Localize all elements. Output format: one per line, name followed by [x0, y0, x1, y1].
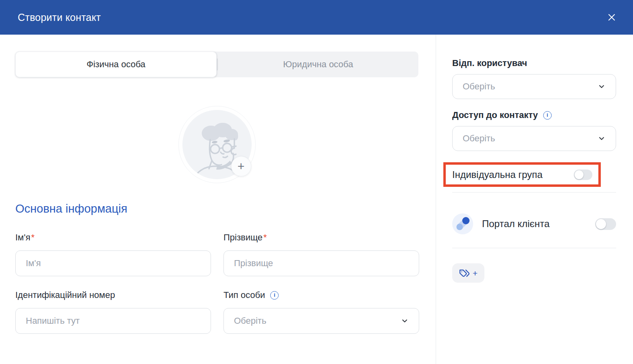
toggle-knob [596, 219, 606, 229]
form-row-1: Ім'я* Прізвище* [15, 232, 418, 276]
person-type-tabs: Фізична особа Юридична особа [15, 52, 418, 77]
person-type-label-text: Тип особи [223, 290, 265, 300]
client-portal-icon [452, 213, 473, 234]
close-icon [606, 11, 618, 23]
client-portal-label: Портал клієнта [482, 218, 550, 230]
last-name-label: Прізвище* [223, 232, 419, 243]
modal-body: Фізична особа Юридична особа [0, 35, 633, 364]
contact-access-label: Доступ до контакту i [452, 110, 616, 120]
first-name-input[interactable] [15, 250, 211, 276]
first-name-label-text: Ім'я [15, 232, 30, 243]
required-asterisk: * [263, 232, 267, 243]
chevron-down-icon [598, 134, 606, 143]
responsible-user-select-value: Оберіть [463, 81, 495, 92]
sidebar-divider [452, 192, 616, 193]
individual-group-highlight: Індивідуальна група [443, 162, 601, 187]
person-type-select[interactable]: Оберіть [223, 308, 419, 334]
client-portal-toggle[interactable] [595, 218, 616, 230]
tab-physical-person[interactable]: Фізична особа [15, 52, 217, 77]
person-type-field: Тип особи i Оберіть [223, 290, 419, 334]
info-icon[interactable]: i [543, 111, 552, 120]
section-title-basic-info: Основна інформація [15, 202, 418, 215]
individual-group-toggle[interactable] [574, 170, 592, 180]
first-name-field: Ім'я* [15, 232, 211, 276]
contact-access-label-text: Доступ до контакту [452, 110, 538, 120]
last-name-input[interactable] [223, 250, 419, 276]
avatar: + [178, 106, 256, 183]
toggle-knob [575, 170, 583, 179]
id-number-input[interactable] [15, 308, 211, 334]
person-type-label: Тип особи i [223, 290, 419, 300]
sidebar-divider [452, 248, 616, 248]
close-button[interactable] [605, 10, 619, 24]
id-number-field: Ідентифікаційний номер [15, 290, 211, 334]
responsible-user-label: Відп. користувач [452, 58, 616, 68]
person-type-select-value: Оберіть [234, 316, 266, 326]
contact-access-select-value: Оберіть [463, 133, 495, 144]
main-column: Фізична особа Юридична особа [0, 35, 436, 364]
add-tag-button[interactable]: + [452, 263, 484, 283]
modal-header: Створити контакт [0, 0, 633, 35]
tag-icon [459, 268, 470, 279]
avatar-add-photo-button[interactable]: + [231, 156, 251, 176]
client-portal-row: Портал клієнта [452, 213, 616, 234]
contact-access-select[interactable]: Оберіть [452, 126, 616, 151]
info-icon[interactable]: i [270, 291, 279, 300]
responsible-user-label-text: Відп. користувач [452, 58, 527, 68]
plus-icon: + [238, 159, 245, 173]
last-name-label-text: Прізвище [223, 232, 263, 243]
chevron-down-icon [401, 317, 409, 325]
modal-title: Створити контакт [18, 12, 101, 23]
id-number-label: Ідентифікаційний номер [15, 290, 211, 300]
id-number-label-text: Ідентифікаційний номер [15, 290, 115, 300]
tab-legal-person[interactable]: Юридична особа [218, 52, 418, 77]
responsible-user-select[interactable]: Оберіть [452, 74, 616, 99]
first-name-label: Ім'я* [15, 232, 211, 243]
individual-group-label: Індивідуальна група [452, 169, 542, 180]
plus-icon: + [473, 269, 478, 277]
chevron-down-icon [598, 83, 606, 91]
last-name-field: Прізвище* [223, 232, 419, 276]
required-asterisk: * [31, 232, 35, 243]
form-row-2: Ідентифікаційний номер Тип особи i Обері… [15, 290, 418, 334]
sidebar: Відп. користувач Оберіть Доступ до конта… [436, 35, 633, 364]
